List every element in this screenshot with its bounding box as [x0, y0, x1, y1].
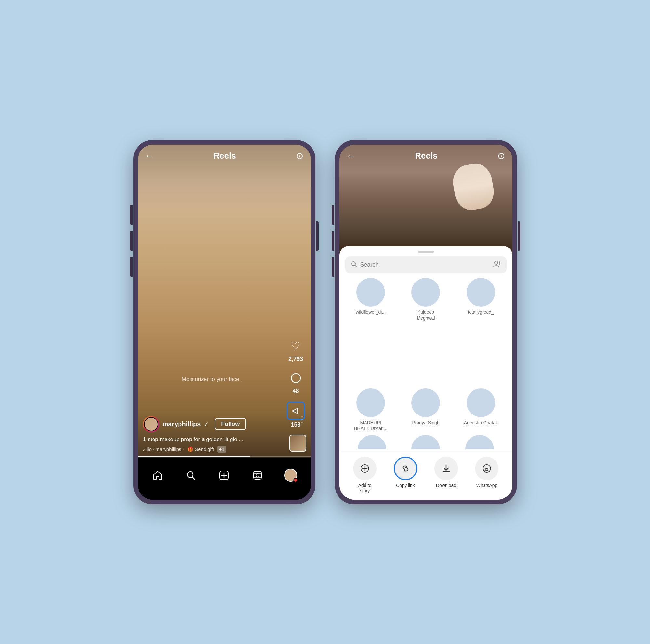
add-to-story-label: Add tostory — [358, 483, 371, 493]
left-phone: ← Reels ⊙ Moisturizer to your face. ♡ 2,… — [133, 140, 315, 504]
share-sheet: wildflower_di... Kuldeep Meghwal totally… — [339, 246, 512, 500]
contacts-grid-row2: MADHURI BHATT. DrKari... Pragya Singh An… — [339, 385, 512, 434]
contact-name-1: wildflower_di... — [356, 309, 386, 315]
camera-icon-left[interactable]: ⊙ — [296, 151, 303, 161]
contact-name-5: Pragya Singh — [412, 420, 439, 425]
contact-avatar-2 — [411, 278, 440, 307]
contact-item-3[interactable]: totallygreed_ — [455, 278, 506, 385]
verified-icon: ✓ — [204, 421, 209, 428]
sheet-handle — [418, 251, 434, 253]
copy-link-action[interactable]: Copy link — [394, 457, 417, 493]
download-label: Download — [436, 483, 456, 488]
search-input[interactable] — [360, 261, 490, 268]
nav-add[interactable] — [216, 467, 232, 483]
svg-point-13 — [495, 261, 498, 264]
nav-home[interactable] — [150, 467, 166, 483]
contact-item-5[interactable]: Pragya Singh — [400, 388, 451, 431]
download-icon — [434, 457, 458, 480]
contacts-grid-row3-partial — [339, 435, 512, 452]
like-count: 2,793 — [288, 356, 303, 363]
contact-avatar-4 — [356, 388, 385, 417]
comment-button[interactable]: 48 — [287, 370, 304, 395]
whatsapp-action[interactable]: WhatsApp — [475, 457, 499, 493]
like-button[interactable]: ♡ 2,793 — [287, 337, 304, 363]
music-icon: ♪ — [143, 446, 146, 452]
music-label: lio · maryphillips · — [147, 446, 184, 452]
contact-avatar-5 — [411, 388, 440, 417]
nav-search[interactable] — [183, 467, 199, 483]
share-search-bar[interactable] — [345, 257, 507, 273]
whatsapp-label: WhatsApp — [476, 483, 498, 488]
back-button-right[interactable]: ← — [347, 151, 355, 161]
plus-badge[interactable]: +1 — [217, 446, 226, 453]
comment-count: 48 — [292, 388, 299, 395]
comment-icon — [287, 370, 304, 386]
download-action[interactable]: Download — [434, 457, 458, 493]
top-bar-right: ← Reels ⊙ — [339, 145, 512, 167]
invite-friends-icon[interactable] — [493, 260, 501, 270]
contact-avatar-6 — [467, 388, 495, 417]
contact-avatar-1 — [356, 278, 385, 307]
add-to-story-icon — [353, 457, 376, 480]
user-info-section: maryphillips ✓ Follow 1-step makeup prep… — [143, 416, 285, 453]
heart-icon: ♡ — [287, 337, 304, 354]
whatsapp-icon — [475, 457, 499, 480]
search-icon — [351, 261, 357, 269]
tags-row: ♪ lio · maryphillips · 🎁 Send gift +1 — [143, 446, 285, 453]
contact-name-4: MADHURI BHATT. DrKari... — [353, 420, 389, 431]
add-to-story-action[interactable]: Add tostory — [353, 457, 376, 493]
contact-item-4[interactable]: MADHURI BHATT. DrKari... — [345, 388, 396, 431]
video-caption: Moisturizer to your face. — [138, 376, 285, 383]
user-avatar[interactable] — [143, 416, 159, 432]
camera-icon-right[interactable]: ⊙ — [498, 151, 505, 161]
svg-line-12 — [355, 265, 356, 267]
username-label[interactable]: maryphillips — [162, 420, 201, 428]
svg-line-3 — [192, 477, 195, 479]
nav-profile[interactable] — [283, 467, 299, 483]
top-bar-left: ← Reels ⊙ — [138, 145, 311, 167]
bottom-navigation — [138, 457, 311, 500]
svg-point-8 — [256, 473, 259, 477]
next-reel-thumbnail — [289, 434, 306, 452]
contact-name-2: Kuldeep Meghwal — [408, 309, 443, 321]
contact-avatar-partial-3 — [465, 435, 494, 449]
nav-reels[interactable] — [249, 467, 266, 483]
copy-link-label: Copy link — [396, 483, 415, 488]
contact-avatar-3 — [467, 278, 495, 307]
music-tag[interactable]: ♪ lio · maryphillips · — [143, 446, 184, 452]
copy-link-icon — [394, 457, 417, 480]
svg-point-0 — [291, 374, 300, 383]
contact-avatar-partial-2 — [411, 435, 440, 449]
contact-item-6[interactable]: Aneesha Ghatak — [455, 388, 506, 431]
contact-name-3: totallygreed_ — [468, 309, 494, 315]
right-phone: ← Reels ⊙ — [335, 140, 517, 504]
contact-avatar-partial-1 — [358, 435, 386, 449]
contact-name-6: Aneesha Ghatak — [464, 420, 498, 425]
share-action-bar: Add tostory Copy link — [339, 452, 512, 500]
more-options-button[interactable]: ⋮ — [298, 415, 306, 425]
video-description: 1-step makeup prep for a golden lit glo … — [143, 436, 285, 443]
svg-rect-7 — [254, 471, 261, 479]
contact-item-2[interactable]: Kuldeep Meghwal — [400, 278, 451, 385]
contact-item-1[interactable]: wildflower_di... — [345, 278, 396, 385]
gift-label: Send gift — [195, 446, 214, 452]
reels-title-right: Reels — [415, 151, 437, 161]
reels-title-left: Reels — [213, 151, 236, 161]
gift-icon: 🎁 — [187, 446, 193, 452]
follow-button[interactable]: Follow — [215, 418, 246, 430]
contacts-grid-row1: wildflower_di... Kuldeep Meghwal totally… — [339, 278, 512, 385]
back-button-left[interactable]: ← — [145, 151, 153, 161]
gift-tag[interactable]: 🎁 Send gift — [187, 446, 214, 452]
